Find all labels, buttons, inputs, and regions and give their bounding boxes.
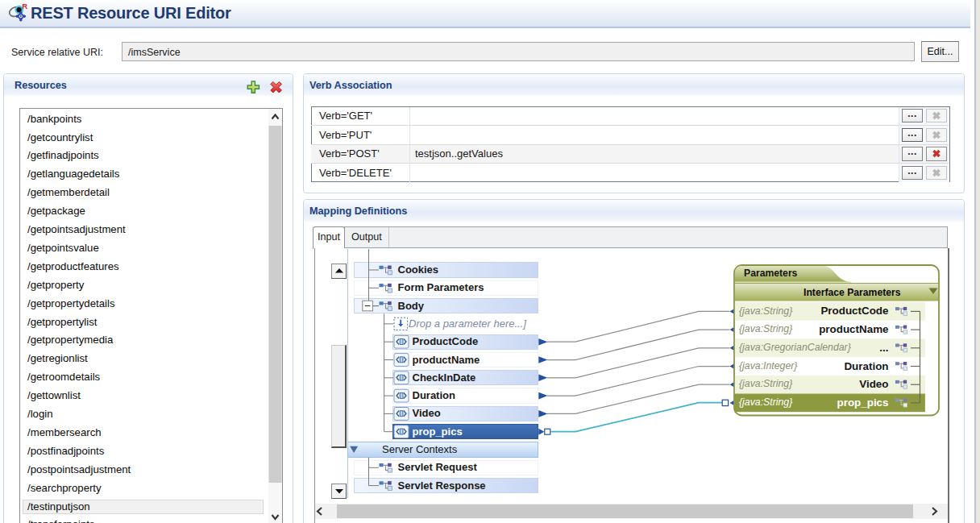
svg-text:R: R — [22, 2, 27, 10]
